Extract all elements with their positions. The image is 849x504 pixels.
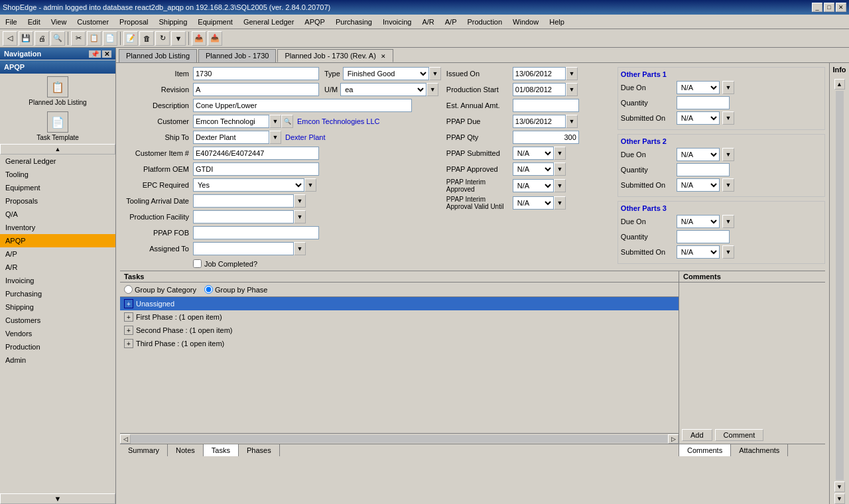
production-start-input[interactable] bbox=[513, 83, 566, 96]
customer-item-input[interactable] bbox=[193, 147, 319, 160]
toolbar-export[interactable]: 📤 bbox=[192, 31, 206, 46]
menu-purchasing[interactable]: Purchasing bbox=[330, 15, 377, 29]
nav-planned-job-listing[interactable]: 📋 Planned Job Listing bbox=[0, 74, 115, 109]
toolbar-back[interactable]: ◁ bbox=[3, 31, 17, 46]
scroll-down2-btn[interactable]: ▼ bbox=[834, 493, 845, 504]
sidebar-item-tooling[interactable]: Tooling bbox=[0, 168, 115, 181]
other-parts-3-due-on-btn[interactable]: ▼ bbox=[722, 215, 734, 228]
menu-apqp[interactable]: APQP bbox=[299, 15, 330, 29]
sidebar-item-customers[interactable]: Customers bbox=[0, 314, 115, 327]
other-parts-1-quantity-input[interactable] bbox=[677, 96, 730, 109]
other-parts-2-due-on-select[interactable]: N/A bbox=[677, 148, 720, 161]
um-select[interactable]: ea bbox=[340, 83, 426, 96]
sidebar-item-production[interactable]: Production bbox=[0, 340, 115, 353]
ship-to-input[interactable] bbox=[193, 131, 269, 144]
tab-planned-job-1730[interactable]: Planned Job - 1730 bbox=[198, 49, 276, 62]
sidebar-item-shipping[interactable]: Shipping bbox=[0, 300, 115, 314]
platform-oem-input[interactable] bbox=[193, 162, 319, 176]
nav-pin-button[interactable]: 📌 bbox=[89, 50, 101, 58]
ship-to-link[interactable]: Dexter Plant bbox=[285, 133, 326, 141]
est-annual-amt-input[interactable] bbox=[513, 99, 579, 112]
add-comment-button[interactable]: Add bbox=[682, 429, 712, 441]
ppap-interim-select[interactable]: N/A bbox=[513, 179, 554, 192]
toolbar-import[interactable]: 📥 bbox=[208, 31, 222, 46]
toolbar-cut[interactable]: ✂ bbox=[71, 31, 86, 46]
sidebar-item-ap[interactable]: A/P bbox=[0, 247, 115, 261]
menu-ar[interactable]: A/R bbox=[417, 15, 439, 29]
info-label[interactable]: Info bbox=[831, 63, 847, 76]
other-parts-2-submitted-on-btn[interactable]: ▼ bbox=[722, 178, 734, 192]
maximize-button[interactable]: □ bbox=[824, 3, 834, 12]
customer-dropdown-btn[interactable]: ▼ bbox=[269, 115, 281, 128]
scroll-right-btn[interactable]: ▷ bbox=[668, 434, 679, 444]
sidebar-item-proposals[interactable]: Proposals bbox=[0, 194, 115, 208]
issued-on-input[interactable] bbox=[513, 67, 566, 80]
menu-equipment[interactable]: Equipment bbox=[192, 15, 238, 29]
task-expand-first-phase[interactable]: + bbox=[124, 312, 133, 322]
ppap-submitted-select[interactable]: N/A bbox=[513, 147, 554, 160]
other-parts-1-due-on-btn[interactable]: ▼ bbox=[722, 81, 734, 94]
tab-tasks[interactable]: Tasks bbox=[204, 444, 239, 456]
nav-task-template[interactable]: 📄 Task Template bbox=[0, 109, 115, 144]
sidebar-item-equipment[interactable]: Equipment bbox=[0, 181, 115, 194]
close-button[interactable]: ✕ bbox=[836, 3, 846, 12]
tooling-arrival-input[interactable] bbox=[193, 194, 294, 208]
tab-planned-job-1730-rev-a[interactable]: Planned Job - 1730 (Rev. A) ✕ bbox=[277, 49, 393, 62]
toolbar-new[interactable]: 📝 bbox=[123, 31, 138, 46]
ppap-interim-valid-select[interactable]: N/A bbox=[513, 196, 554, 210]
menu-invoicing[interactable]: Invoicing bbox=[377, 15, 417, 29]
task-row-unassigned[interactable]: + Unassigned bbox=[120, 297, 679, 310]
toolbar-copy[interactable]: 📋 bbox=[87, 31, 101, 46]
group-by-category-radio[interactable] bbox=[124, 285, 133, 294]
group-by-category-option[interactable]: Group by Category bbox=[124, 285, 196, 294]
ppap-interim-valid-dropdown-btn[interactable]: ▼ bbox=[554, 196, 566, 210]
other-parts-2-submitted-on-select[interactable]: N/A bbox=[677, 178, 720, 192]
item-input[interactable] bbox=[193, 67, 319, 80]
scroll-left-btn[interactable]: ◁ bbox=[120, 434, 131, 444]
tab-comments[interactable]: Comments bbox=[679, 444, 731, 456]
customer-input[interactable] bbox=[193, 115, 269, 128]
menu-view[interactable]: View bbox=[46, 15, 72, 29]
menu-proposal[interactable]: Proposal bbox=[114, 15, 153, 29]
ppap-due-input[interactable] bbox=[513, 115, 566, 128]
tab-planned-job-listing[interactable]: Planned Job Listing bbox=[119, 49, 197, 62]
sidebar-item-qa[interactable]: Q/A bbox=[0, 208, 115, 221]
sidebar-item-vendors[interactable]: Vendors bbox=[0, 327, 115, 340]
menu-customer[interactable]: Customer bbox=[72, 15, 114, 29]
um-dropdown-btn[interactable]: ▼ bbox=[426, 83, 438, 96]
menu-window[interactable]: Window bbox=[507, 15, 544, 29]
other-parts-3-submitted-on-btn[interactable]: ▼ bbox=[722, 245, 734, 259]
sidebar-item-admin[interactable]: Admin bbox=[0, 353, 115, 367]
other-parts-3-due-on-select[interactable]: N/A bbox=[677, 215, 720, 228]
sidebar-item-invoicing[interactable]: Invoicing bbox=[0, 274, 115, 287]
customer-search-btn[interactable]: 🔍 bbox=[281, 115, 293, 128]
ppap-approved-select[interactable]: N/A bbox=[513, 162, 554, 176]
epc-required-select[interactable]: Yes No bbox=[193, 178, 304, 192]
ppap-due-cal-btn[interactable]: ▼ bbox=[566, 115, 578, 128]
epc-dropdown-btn[interactable]: ▼ bbox=[304, 178, 316, 192]
tab-phases[interactable]: Phases bbox=[239, 444, 280, 456]
sidebar-item-inventory[interactable]: Inventory bbox=[0, 221, 115, 234]
sidebar-item-apqp[interactable]: APQP bbox=[0, 234, 115, 247]
ppap-submitted-dropdown-btn[interactable]: ▼ bbox=[554, 147, 566, 160]
toolbar-paste[interactable]: 📄 bbox=[103, 31, 117, 46]
production-facility-input[interactable] bbox=[193, 210, 294, 223]
comment-button[interactable]: Comment bbox=[715, 429, 764, 441]
toolbar-refresh[interactable]: ↻ bbox=[155, 31, 170, 46]
sidebar-item-purchasing[interactable]: Purchasing bbox=[0, 287, 115, 300]
menu-general-ledger[interactable]: General Ledger bbox=[238, 15, 299, 29]
task-expand-unassigned[interactable]: + bbox=[124, 299, 133, 308]
nav-scroll-up[interactable]: ▲ bbox=[0, 144, 115, 155]
other-parts-1-due-on-select[interactable]: N/A bbox=[677, 81, 720, 94]
group-by-phase-option[interactable]: Group by Phase bbox=[204, 285, 268, 294]
task-row-third-phase[interactable]: + Third Phase : (1 open item) bbox=[120, 337, 679, 350]
sidebar-item-general-ledger[interactable]: General Ledger bbox=[0, 155, 115, 168]
ship-to-dropdown-btn[interactable]: ▼ bbox=[269, 131, 281, 144]
other-parts-1-submitted-on-btn[interactable]: ▼ bbox=[722, 111, 734, 125]
toolbar-delete[interactable]: 🗑 bbox=[139, 31, 154, 46]
menu-production[interactable]: Production bbox=[462, 15, 507, 29]
nav-close-button[interactable]: ✕ bbox=[102, 50, 111, 58]
group-by-phase-radio[interactable] bbox=[204, 285, 213, 294]
tab-notes[interactable]: Notes bbox=[168, 444, 204, 456]
task-expand-third-phase[interactable]: + bbox=[124, 339, 133, 348]
